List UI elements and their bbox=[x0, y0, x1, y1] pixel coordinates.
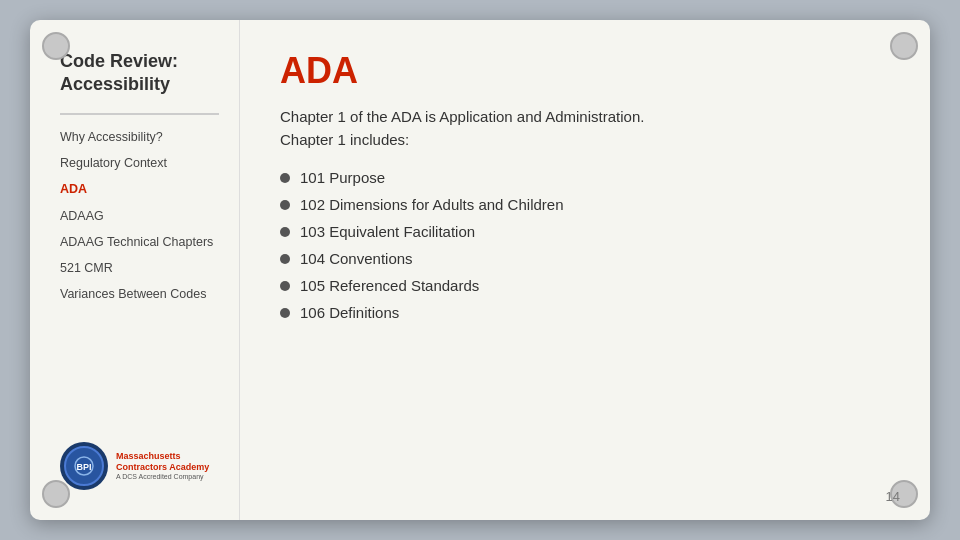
logo-name: Massachusetts Contractors Academy bbox=[116, 451, 219, 473]
bullet-dot bbox=[280, 227, 290, 237]
intro-line1: Chapter 1 of the ADA is Application and … bbox=[280, 108, 644, 125]
bullet-list: 101 Purpose102 Dimensions for Adults and… bbox=[280, 169, 890, 321]
bullet-text: 104 Conventions bbox=[300, 250, 413, 267]
nav-items: Why Accessibility?Regulatory ContextADAA… bbox=[60, 129, 219, 313]
bullet-item-b1: 101 Purpose bbox=[280, 169, 890, 186]
intro-text: Chapter 1 of the ADA is Application and … bbox=[280, 106, 890, 151]
logo-circle-inner: BPI bbox=[64, 446, 104, 486]
logo-text: Massachusetts Contractors Academy A DCS … bbox=[116, 451, 219, 481]
bullet-dot bbox=[280, 254, 290, 264]
sidebar-divider bbox=[60, 113, 219, 115]
bullet-dot bbox=[280, 200, 290, 210]
bullet-item-b4: 104 Conventions bbox=[280, 250, 890, 267]
bullet-dot bbox=[280, 281, 290, 291]
bullet-item-b5: 105 Referenced Standards bbox=[280, 277, 890, 294]
bullet-text: 106 Definitions bbox=[300, 304, 399, 321]
bullet-text: 103 Equivalent Facilitation bbox=[300, 223, 475, 240]
bullet-dot bbox=[280, 308, 290, 318]
corner-bottom-left bbox=[42, 480, 70, 508]
nav-item-regulatory-context[interactable]: Regulatory Context bbox=[60, 155, 219, 171]
corner-top-left bbox=[42, 32, 70, 60]
nav-item-521-cmr[interactable]: 521 CMR bbox=[60, 260, 219, 276]
bullet-item-b6: 106 Definitions bbox=[280, 304, 890, 321]
main-title: ADA bbox=[280, 50, 890, 92]
logo-circle: BPI bbox=[60, 442, 108, 490]
sidebar: Code Review: Accessibility Why Accessibi… bbox=[30, 20, 240, 520]
intro-line2: Chapter 1 includes: bbox=[280, 131, 409, 148]
logo-sub: A DCS Accredited Company bbox=[116, 473, 219, 481]
nav-item-adaag-technical[interactable]: ADAAG Technical Chapters bbox=[60, 234, 219, 250]
nav-item-adaag[interactable]: ADAAG bbox=[60, 208, 219, 224]
slide-number: 14 bbox=[886, 489, 900, 504]
bullet-dot bbox=[280, 173, 290, 183]
corner-top-right bbox=[890, 32, 918, 60]
nav-item-variances[interactable]: Variances Between Codes bbox=[60, 286, 219, 302]
bullet-item-b3: 103 Equivalent Facilitation bbox=[280, 223, 890, 240]
logo-icon: BPI bbox=[73, 455, 95, 477]
slide: Code Review: Accessibility Why Accessibi… bbox=[30, 20, 930, 520]
nav-item-ada[interactable]: ADA bbox=[60, 181, 219, 197]
bullet-item-b2: 102 Dimensions for Adults and Children bbox=[280, 196, 890, 213]
bullet-text: 101 Purpose bbox=[300, 169, 385, 186]
sidebar-logo: BPI Massachusetts Contractors Academy A … bbox=[60, 442, 219, 490]
nav-item-why-accessibility[interactable]: Why Accessibility? bbox=[60, 129, 219, 145]
bullet-text: 102 Dimensions for Adults and Children bbox=[300, 196, 563, 213]
main-content: ADA Chapter 1 of the ADA is Application … bbox=[240, 20, 930, 520]
svg-text:BPI: BPI bbox=[76, 462, 91, 472]
bullet-text: 105 Referenced Standards bbox=[300, 277, 479, 294]
slide-title: Code Review: Accessibility bbox=[60, 50, 219, 97]
